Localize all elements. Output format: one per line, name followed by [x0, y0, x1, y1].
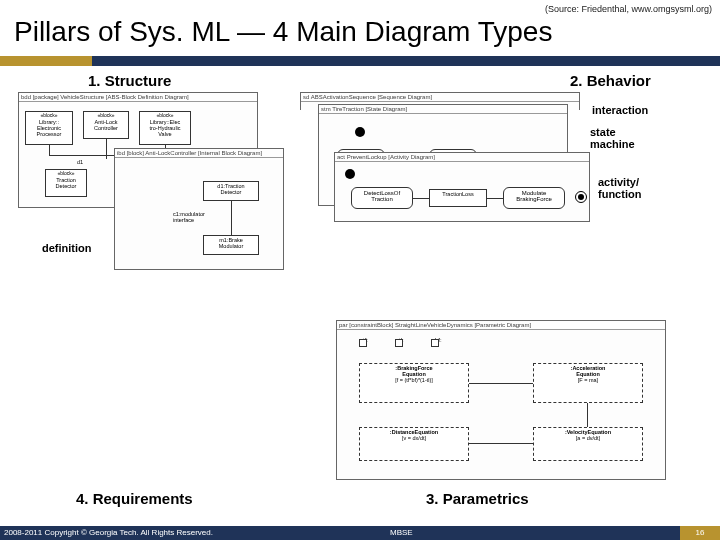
par-diagram: par [constraintBlock] StraightLineVehicl… [336, 320, 666, 480]
footer-center: MBSE [390, 526, 413, 540]
act-detect: DetectLossOf Traction [351, 187, 413, 209]
ibd-line [231, 201, 232, 235]
act-pin: TractionLoss [429, 189, 487, 207]
par-distance: :DistanceEquation [v = dx/dt] [359, 427, 469, 461]
par-line [469, 443, 533, 444]
initial-state-icon [355, 127, 365, 137]
section-behavior: 2. Behavior [570, 72, 651, 89]
bdd-line [106, 139, 107, 159]
act-header: act PreventLockup [Activity Diagram] [335, 153, 589, 162]
ibd-header: ibd [block] Anti-LockController [Interna… [115, 149, 283, 158]
sd-header: sd ABSActivationSequence [Sequence Diagr… [301, 93, 579, 102]
footer-copyright: 2008-2011 Copyright © Georgia Tech. All … [0, 526, 680, 540]
label-state-machine: state machine [590, 126, 635, 150]
bdd-block-valve: «block» Library::Elec tro-Hydraulic Valv… [139, 111, 191, 145]
source-citation: (Source: Friedenthal, www.omgsysml.org) [545, 4, 712, 14]
footer: 2008-2011 Copyright © Georgia Tech. All … [0, 526, 720, 540]
activity-initial-icon [345, 169, 355, 179]
label-activity: activity/ function [598, 176, 641, 200]
activity-final-icon [575, 191, 587, 203]
label-definition: definition [42, 242, 92, 254]
section-requirements: 4. Requirements [76, 490, 193, 507]
bdd-block-processor: «block» Library:: Electronic Processor [25, 111, 73, 145]
activity-final-dot [578, 194, 584, 200]
footer-page-number: 16 [680, 526, 720, 540]
act-line [487, 198, 503, 199]
par-port-box [359, 339, 367, 347]
par-port-box [431, 339, 439, 347]
act-modulate: Modulate BrakingForce [503, 187, 565, 209]
section-structure: 1. Structure [88, 72, 171, 89]
bdd-header: bdd [package] VehicleStructure [ABS-Bloc… [19, 93, 257, 102]
page-title: Pillars of Sys. ML — 4 Main Diagram Type… [14, 16, 552, 48]
bdd-block-traction: «block» Traction Detector [45, 169, 87, 197]
ibd-diagram: ibd [block] Anti-LockController [Interna… [114, 148, 284, 270]
ibd-traction-detector: d1:Traction Detector [203, 181, 259, 201]
act-diagram: act PreventLockup [Activity Diagram] Det… [334, 152, 590, 222]
par-velocity: :VelocityEquation [a = dv/dt] [533, 427, 643, 461]
label-interaction: interaction [592, 104, 648, 116]
par-line [469, 383, 533, 384]
bdd-role-d1: d1 [77, 159, 83, 165]
par-braking-force: :BrakingForce Equation [f = (tf*bf)*(1-t… [359, 363, 469, 403]
ibd-modulator-label: c1:modulator interface [173, 211, 205, 223]
ibd-brake-modulator: m1:Brake Modulator [203, 235, 259, 255]
bdd-line [49, 145, 50, 155]
par-acceleration: :Acceleration Equation [F = ma] [533, 363, 643, 403]
stm-header: stm TireTraction [State Diagram] [319, 105, 567, 114]
par-port-box [395, 339, 403, 347]
title-underline [0, 52, 720, 62]
section-parametrics: 3. Parametrics [426, 490, 529, 507]
act-line [413, 198, 429, 199]
par-header: par [constraintBlock] StraightLineVehicl… [337, 321, 665, 330]
par-line [587, 403, 588, 427]
bdd-block-antilock: «block» Anti-Lock Controller [83, 111, 129, 139]
